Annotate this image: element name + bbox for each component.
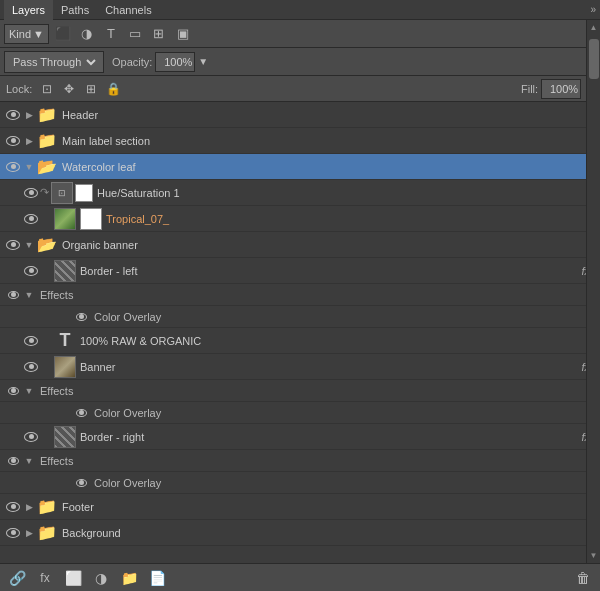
visibility-toggle[interactable] [4, 524, 22, 542]
layer-thumbnail: 📁 [36, 130, 58, 152]
fill-input[interactable] [541, 79, 581, 99]
new-layer-icon[interactable]: 📄 [146, 567, 168, 589]
clip-icon: ↷ [40, 186, 49, 199]
shape-filter-icon[interactable]: ▭ [125, 24, 145, 44]
eye-icon [8, 387, 19, 395]
eye-icon [6, 502, 20, 512]
delete-layer-icon[interactable]: 🗑 [572, 567, 594, 589]
color-overlay-label: Color Overlay [94, 311, 161, 323]
lock-pixels-icon[interactable]: ⊡ [38, 80, 56, 98]
layer-name: Main label section [62, 135, 596, 147]
eye-icon [24, 432, 38, 442]
visibility-toggle[interactable] [4, 132, 22, 150]
color-overlay-vis[interactable] [72, 308, 90, 326]
layer-row[interactable]: 📁 Background [0, 520, 600, 546]
expand-toggle[interactable] [22, 160, 36, 174]
color-overlay-row[interactable]: Color Overlay [0, 306, 600, 328]
extra-filter-icon[interactable]: ▣ [173, 24, 193, 44]
color-overlay-vis[interactable] [72, 474, 90, 492]
expand-toggle[interactable] [22, 134, 36, 148]
lock-move-icon[interactable]: ✥ [60, 80, 78, 98]
layer-row[interactable]: ↷ ⊡ Hue/Saturation 1 [0, 180, 600, 206]
layers-list: 📁 Header 📁 Main label section 📂 Watercol… [0, 102, 600, 563]
visibility-toggle[interactable] [22, 358, 40, 376]
eye-icon [24, 188, 38, 198]
visibility-toggle[interactable] [22, 184, 40, 202]
scroll-up-arrow[interactable]: ▲ [590, 20, 598, 35]
effects-group-row[interactable]: Effects [0, 450, 600, 472]
effects-group-row[interactable]: Effects [0, 284, 600, 306]
layer-row[interactable]: 📁 Footer [0, 494, 600, 520]
scroll-down-arrow[interactable]: ▼ [590, 548, 598, 563]
kind-select[interactable]: Kind ▼ [4, 24, 49, 44]
pixel-filter-icon[interactable]: ⬛ [53, 24, 73, 44]
layer-row[interactable]: T 100% RAW & ORGANIC [0, 328, 600, 354]
expand-toggle[interactable] [22, 500, 36, 514]
eye-visibility[interactable] [4, 286, 22, 304]
blend-mode-dropdown[interactable]: Pass Through Normal Multiply Screen Over… [4, 51, 104, 73]
eye-visibility[interactable] [4, 382, 22, 400]
tab-paths[interactable]: Paths [53, 0, 97, 20]
eye-icon [76, 313, 87, 321]
layer-name: Organic banner [62, 239, 596, 251]
effects-expand[interactable] [22, 454, 36, 468]
blend-mode-select[interactable]: Pass Through Normal Multiply Screen Over… [9, 55, 99, 69]
visibility-toggle[interactable] [4, 498, 22, 516]
opacity-label: Opacity: [112, 56, 152, 68]
visibility-toggle[interactable] [4, 158, 22, 176]
effects-expand[interactable] [22, 384, 36, 398]
tab-channels[interactable]: Channels [97, 0, 159, 20]
adjust-filter-icon[interactable]: ◑ [77, 24, 97, 44]
visibility-toggle[interactable] [22, 262, 40, 280]
eye-icon [76, 409, 87, 417]
new-group-icon[interactable]: 📁 [118, 567, 140, 589]
eye-icon [6, 110, 20, 120]
panel-menu-icon[interactable]: » [590, 4, 596, 15]
lock-all-icon[interactable]: 🔒 [104, 80, 122, 98]
layer-row[interactable]: Tropical_07_ [0, 206, 600, 232]
visibility-toggle[interactable] [4, 236, 22, 254]
layer-row[interactable]: Border - right fx [0, 424, 600, 450]
color-overlay-row[interactable]: Color Overlay [0, 402, 600, 424]
add-mask-icon[interactable]: ⬜ [62, 567, 84, 589]
effects-label: Effects [40, 289, 73, 301]
layer-thumbnail: 📁 [36, 522, 58, 544]
smart-filter-icon[interactable]: ⊞ [149, 24, 169, 44]
effects-label: Effects [40, 385, 73, 397]
visibility-toggle[interactable] [4, 106, 22, 124]
opacity-dropdown-arrow[interactable]: ▼ [198, 56, 208, 67]
layer-row[interactable]: Banner fx [0, 354, 600, 380]
expand-toggle[interactable] [22, 108, 36, 122]
tab-layers[interactable]: Layers [4, 0, 53, 20]
effects-expand[interactable] [22, 288, 36, 302]
layer-row[interactable]: 📁 Header [0, 102, 600, 128]
eye-icon [6, 162, 20, 172]
visibility-toggle[interactable] [22, 428, 40, 446]
filter-toolbar: Kind ▼ ⬛ ◑ T ▭ ⊞ ▣ [0, 20, 600, 48]
expand-toggle[interactable] [22, 526, 36, 540]
blendmode-toolbar: Pass Through Normal Multiply Screen Over… [0, 48, 600, 76]
lock-artboard-icon[interactable]: ⊞ [82, 80, 100, 98]
layer-name: Border - left [80, 265, 581, 277]
effects-group-row[interactable]: Effects [0, 380, 600, 402]
layer-row[interactable]: 📁 Main label section [0, 128, 600, 154]
add-style-icon[interactable]: fx [34, 567, 56, 589]
new-adjustment-icon[interactable]: ◑ [90, 567, 112, 589]
layer-name: Banner [80, 361, 581, 373]
color-overlay-row[interactable]: Color Overlay [0, 472, 600, 494]
color-overlay-vis[interactable] [72, 404, 90, 422]
visibility-toggle[interactable] [22, 332, 40, 350]
layer-row-selected[interactable]: 📂 Watercolor leaf [0, 154, 600, 180]
visibility-toggle[interactable] [22, 210, 40, 228]
eye-visibility[interactable] [4, 452, 22, 470]
eye-icon [6, 240, 20, 250]
expand-toggle[interactable] [22, 238, 36, 252]
kind-label: Kind [9, 28, 31, 40]
opacity-input[interactable] [155, 52, 195, 72]
link-layers-icon[interactable]: 🔗 [6, 567, 28, 589]
layer-row[interactable]: 📂 Organic banner [0, 232, 600, 258]
type-filter-icon[interactable]: T [101, 24, 121, 44]
scroll-thumb[interactable] [589, 39, 599, 79]
eye-icon [8, 457, 19, 465]
layer-row[interactable]: Border - left fx [0, 258, 600, 284]
